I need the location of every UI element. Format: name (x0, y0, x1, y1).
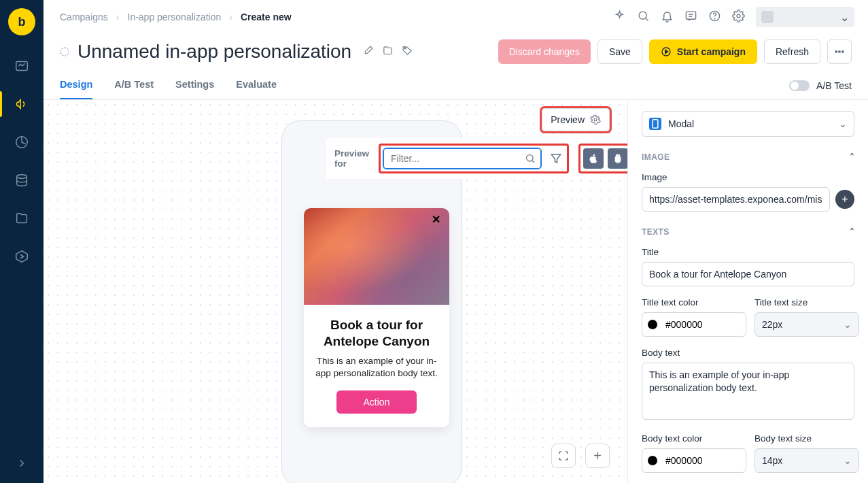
filter-highlight-group (379, 144, 569, 173)
svg-point-12 (404, 47, 406, 48)
title-input[interactable] (642, 262, 854, 286)
chat-icon[interactable] (684, 10, 697, 25)
svg-point-10 (714, 18, 715, 19)
tab-settings[interactable]: Settings (175, 72, 214, 99)
tab-abtest[interactable]: A/B Test (114, 72, 154, 99)
modal-body-text: This is an example of your in-app person… (315, 355, 438, 380)
tag-icon[interactable] (402, 45, 413, 59)
preview-filter-bar: Preview for (326, 138, 627, 179)
search-icon (525, 153, 536, 167)
svg-point-11 (737, 14, 740, 18)
template-select[interactable]: Modal ⌄ (642, 111, 854, 137)
help-icon[interactable] (708, 10, 721, 25)
gear-icon (590, 114, 601, 125)
breadcrumb: Campaigns › In-app personalization › Cre… (60, 12, 292, 22)
status-indicator (60, 47, 69, 56)
modal-title: Book a tour for Antelope Canyon (315, 317, 438, 350)
left-nav: b (0, 0, 44, 483)
edit-icon[interactable] (362, 45, 374, 59)
chevron-right-icon: › (229, 12, 232, 22)
filter-input[interactable] (383, 148, 541, 169)
svg-rect-23 (653, 120, 658, 128)
filter-icon[interactable] (548, 150, 564, 167)
svg-point-16 (527, 155, 533, 161)
image-add-button[interactable]: + (835, 190, 854, 209)
svg-line-17 (532, 161, 534, 163)
title-color-input[interactable]: #000000 (642, 312, 746, 337)
abtest-toggle[interactable] (789, 80, 810, 91)
add-button[interactable]: + (585, 444, 610, 468)
body-size-label: Body text size (754, 433, 859, 444)
crumb-current: Create new (241, 12, 292, 22)
svg-point-20 (619, 155, 619, 156)
body-color-label: Body text color (642, 433, 746, 444)
bell-icon[interactable] (661, 10, 674, 25)
title-color-label: Title text color (642, 297, 746, 307)
chevron-up-icon: ˄ (850, 227, 854, 237)
page-title: Unnamed in-app personalization (77, 41, 351, 63)
section-image-header[interactable]: IMAGE ˄ (642, 152, 854, 163)
chevron-right-icon: › (116, 12, 120, 22)
sidebar-expand[interactable] (16, 457, 28, 472)
chevron-up-icon: ˄ (850, 152, 854, 163)
title-label: Title (642, 247, 854, 257)
title-size-label: Title text size (754, 297, 859, 307)
svg-marker-14 (665, 50, 667, 53)
discard-button[interactable]: Discard changes (498, 39, 591, 64)
folder-icon[interactable] (382, 45, 394, 59)
start-campaign-button[interactable]: Start campaign (649, 39, 757, 64)
image-url-input[interactable] (642, 187, 830, 212)
chevron-down-icon: ⌄ (840, 11, 849, 24)
tab-evaluate[interactable]: Evaluate (236, 72, 277, 99)
sparkle-icon[interactable] (613, 10, 626, 25)
platform-ios-button[interactable] (583, 148, 604, 169)
body-color-input[interactable]: #000000 (642, 448, 746, 473)
preview-label: Preview (551, 114, 585, 125)
code-view-button[interactable] (551, 444, 576, 468)
section-texts-header[interactable]: TEXTS ˄ (642, 227, 854, 237)
app-logo: b (8, 8, 35, 35)
body-size-select[interactable]: 14px ⌄ (754, 448, 859, 473)
tabs: Design A/B Test Settings Evaluate A/B Te… (44, 72, 868, 100)
properties-panel: Modal ⌄ IMAGE ˄ Image + TEXTS ˄ Title Ti… (627, 100, 868, 483)
body-label: Body text (642, 348, 854, 358)
modal-icon (649, 118, 661, 130)
user-menu[interactable]: ⌄ (756, 7, 854, 27)
crumb-campaigns[interactable]: Campaigns (60, 12, 108, 22)
color-swatch (648, 320, 657, 329)
svg-marker-3 (16, 251, 28, 263)
svg-point-4 (639, 12, 646, 19)
nav-campaigns[interactable] (9, 91, 35, 117)
abtest-toggle-label: A/B Test (816, 80, 852, 91)
svg-point-15 (594, 118, 597, 121)
title-size-select[interactable]: 22px ⌄ (754, 312, 859, 337)
platform-android-button[interactable] (608, 148, 627, 169)
gear-icon[interactable] (732, 10, 745, 25)
close-icon[interactable]: ✕ (432, 215, 442, 226)
modal-image: ✕ (304, 208, 449, 305)
body-textarea[interactable] (642, 363, 854, 420)
crumb-inapp[interactable]: In-app personalization (128, 12, 222, 22)
nav-pipelines[interactable] (9, 244, 35, 269)
refresh-button[interactable]: Refresh (764, 39, 820, 64)
chevron-down-icon: ⌄ (844, 455, 852, 466)
nav-analytics[interactable] (9, 129, 35, 155)
chevron-down-icon: ⌄ (844, 319, 852, 330)
more-button[interactable]: ••• (827, 39, 852, 64)
avatar (761, 11, 774, 23)
image-label: Image (642, 172, 854, 182)
platform-highlight-group (578, 144, 627, 173)
preview-for-label: Preview for (334, 148, 369, 169)
modal-preview: ✕ Book a tour for Antelope Canyon This i… (304, 208, 449, 427)
search-icon[interactable] (637, 10, 650, 25)
topbar: Campaigns › In-app personalization › Cre… (44, 0, 868, 34)
preview-button[interactable]: Preview (542, 108, 610, 131)
canvas: Preview ✕ Book a tour for Antelope Canyo… (44, 100, 627, 483)
nav-assets[interactable] (9, 205, 35, 231)
save-button[interactable]: Save (597, 39, 642, 64)
nav-dashboards[interactable] (9, 53, 35, 79)
tab-design[interactable]: Design (60, 72, 92, 99)
start-label: Start campaign (677, 46, 746, 57)
nav-data[interactable] (9, 167, 35, 193)
modal-action-button[interactable]: Action (336, 390, 417, 414)
